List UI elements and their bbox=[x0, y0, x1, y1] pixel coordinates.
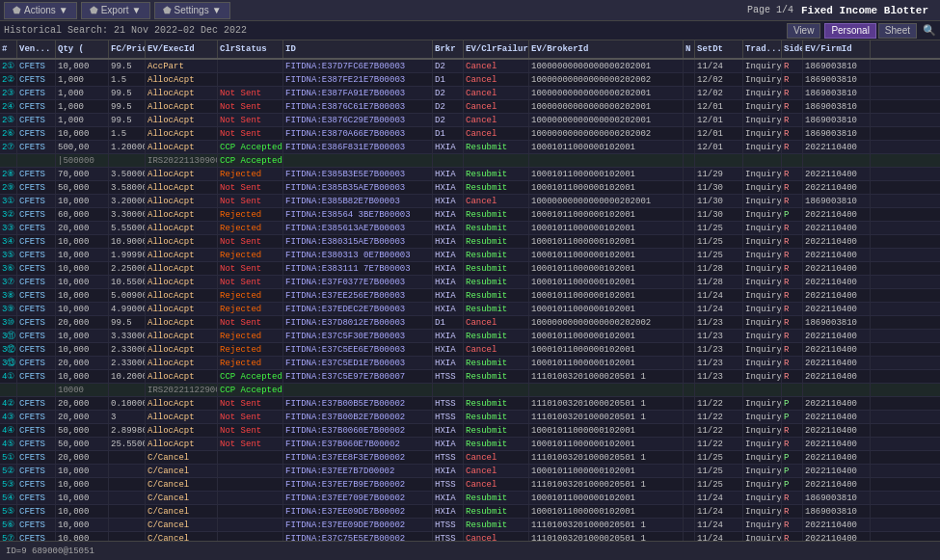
table-row[interactable]: 3① CFETS 10,000 3.20000000 AllocAcpt Not… bbox=[0, 195, 940, 208]
actions-button[interactable]: ⬟ Actions ▼ bbox=[4, 2, 77, 19]
row-broker: 10000000000000000202002 bbox=[529, 316, 684, 329]
row-brkr: D1 bbox=[433, 316, 464, 329]
row-ven: CFETS bbox=[17, 492, 56, 504]
actions-dropdown-icon: ▼ bbox=[59, 5, 68, 15]
col-hdr-setdt: SetDt bbox=[695, 40, 743, 58]
row-firmid: 2022110400 bbox=[803, 532, 871, 541]
row-brkr: HXIA bbox=[433, 424, 464, 437]
row-qty: 10,000 bbox=[56, 505, 109, 518]
row-side bbox=[782, 384, 803, 396]
row-id: FITDNA:E37C5ED1E7B00003 bbox=[283, 357, 433, 369]
table-row[interactable]: 3⑬ CFETS 20,000 2.33000000 AllocAcpt Rej… bbox=[0, 357, 940, 370]
row-brkr: HXIA bbox=[433, 249, 464, 261]
table-row[interactable]: 3⑩ CFETS 20,000 99.5 AllocAcpt Not Sent … bbox=[0, 316, 940, 330]
row-clrstatus: Rejected bbox=[218, 303, 283, 315]
table-row[interactable]: 5④ CFETS 10,000 C/Cancel FITDNA:E37EE709… bbox=[0, 492, 940, 505]
table-row[interactable]: 5③ CFETS 10,000 C/Cancel FITDNA:E37EE7B9… bbox=[0, 478, 940, 492]
row-brkr: D2 bbox=[433, 100, 464, 113]
row-setdt: 12/01 bbox=[695, 114, 743, 126]
row-setdt: 11/23 bbox=[695, 330, 743, 342]
table-row[interactable]: 3④ CFETS 10,000 10.90000000 AllocAcpt No… bbox=[0, 235, 940, 249]
table-row[interactable]: 2⑦ CFETS 500,00 1.20000000 AllocAcpt CCP… bbox=[0, 141, 940, 154]
row-firmid: 2022110400 bbox=[803, 276, 871, 288]
table-row[interactable]: 3⑦ CFETS 10,000 10.55000000 AllocAcpt No… bbox=[0, 276, 940, 289]
table-row[interactable]: 2④ CFETS 1,000 99.5 AllocAcpt Not Sent F… bbox=[0, 100, 940, 114]
table-row[interactable]: 3⑨ CFETS 10,000 4.99000000 AllocAcpt Rej… bbox=[0, 303, 940, 316]
row-fc: 10.90000000 bbox=[109, 235, 146, 248]
table-row[interactable]: 4④ CFETS 50,000 2.89980000 AllocAcpt Not… bbox=[0, 424, 940, 438]
table-row[interactable]: 5② CFETS 10,000 C/Cancel FITDNA:E37EE7B7… bbox=[0, 465, 940, 478]
table-row[interactable]: 2⑨ CFETS 50,000 3.58000000 AllocAcpt Not… bbox=[0, 181, 940, 195]
row-firmid: 1869003810 bbox=[803, 195, 871, 207]
table-row[interactable]: 2① CFETS 10,000 99.5 AccPart FITDNA:E37D… bbox=[0, 60, 940, 73]
row-broker: 11101003201000020501 1 bbox=[529, 519, 684, 531]
export-button[interactable]: ⬟ Export ▼ bbox=[81, 2, 150, 19]
row-ven: CFETS bbox=[17, 60, 56, 72]
table-row[interactable]: 5⑤ CFETS 10,000 C/Cancel FITDNA:E37EE09D… bbox=[0, 505, 940, 519]
row-fc: 3.58000000 bbox=[109, 181, 146, 194]
row-num: 5② bbox=[0, 465, 17, 477]
row-trad: Inquiry bbox=[743, 262, 782, 275]
row-fc: 3.20000000 bbox=[109, 195, 146, 207]
settings-button[interactable]: ⬟ Settings ▼ bbox=[154, 2, 230, 19]
row-setdt: 11/23 bbox=[695, 343, 743, 356]
row-broker: 11101003201000020501 1 bbox=[529, 411, 684, 423]
table-row[interactable]: 2⑧ CFETS 70,000 3.50000000 AllocAcpt Rej… bbox=[0, 168, 940, 181]
row-side: P bbox=[782, 208, 803, 221]
table-row[interactable]: 5① CFETS 20,000 C/Cancel FITDNA:E37EE8F3… bbox=[0, 451, 940, 465]
row-ven: CFETS bbox=[17, 451, 56, 464]
row-qty: 1,000 bbox=[56, 100, 109, 113]
row-evclr: Cancel bbox=[464, 73, 529, 86]
table-row[interactable]: 2③ CFETS 1,000 99.5 AllocAcpt Not Sent F… bbox=[0, 87, 940, 100]
view-button[interactable]: View bbox=[787, 23, 821, 39]
table-row[interactable]: 3⑧ CFETS 10,000 5.00900000 AllocAcpt Rej… bbox=[0, 289, 940, 303]
row-evclr: Resubmit bbox=[464, 276, 529, 288]
row-num: 3⑫ bbox=[0, 343, 17, 356]
row-execid: AllocAcpt bbox=[146, 330, 218, 342]
table-row[interactable]: 5⑦ CFETS 10,000 C/Cancel FITDNA:E37C75E5… bbox=[0, 532, 940, 541]
row-net bbox=[684, 343, 695, 356]
row-id: FITDNA:E385B35AE7B00003 bbox=[283, 181, 433, 194]
row-brkr: HXIA bbox=[433, 330, 464, 342]
personal-button[interactable]: Personal bbox=[824, 23, 875, 39]
row-num: 3⑧ bbox=[0, 289, 17, 302]
table-row[interactable]: 4⑤ CFETS 50,000 25.55000000 AllocAcpt No… bbox=[0, 438, 940, 451]
table-row[interactable]: 4① CFETS 10,000 10.20000000 AllocAcpt CC… bbox=[0, 370, 940, 384]
row-firmid: 1869003810 bbox=[803, 60, 871, 72]
row-trad: Inquiry bbox=[743, 249, 782, 261]
row-brkr: D1 bbox=[433, 73, 464, 86]
table-row[interactable]: 2② CFETS 1,000 1.5 AllocAcpt FITDNA:E387… bbox=[0, 73, 940, 87]
row-setdt: 11/25 bbox=[695, 235, 743, 248]
search-icon[interactable]: 🔍 bbox=[923, 24, 936, 37]
row-trad: Inquiry bbox=[743, 208, 782, 221]
row-side: R bbox=[782, 330, 803, 342]
table-row[interactable]: 3③ CFETS 20,000 5.55000000 AllocAcpt Rej… bbox=[0, 222, 940, 235]
table-row[interactable]: 2⑥ CFETS 10,000 1.5 AllocAcpt Not Sent F… bbox=[0, 127, 940, 141]
row-execid: AllocAcpt bbox=[146, 424, 218, 437]
sheet-button[interactable]: Sheet bbox=[878, 23, 917, 39]
row-qty: 1,000 bbox=[56, 114, 109, 126]
row-fc: 99.5 bbox=[109, 87, 146, 99]
row-id: FITDNA:E37B00B5E7B00002 bbox=[283, 397, 433, 410]
table-row[interactable]: |500000 IRS202211309000014 CCP Accepted bbox=[0, 154, 940, 168]
row-net bbox=[684, 276, 695, 288]
table-row[interactable]: 4③ CFETS 20,000 3 AllocAcpt Not Sent FIT… bbox=[0, 411, 940, 424]
row-broker: 11101003201000020501 1 bbox=[529, 478, 684, 491]
row-firmid: 2022110400 bbox=[803, 411, 871, 423]
row-side: P bbox=[782, 465, 803, 477]
table-row[interactable]: 3⑥ CFETS 10,000 2.25000000 AllocAcpt Not… bbox=[0, 262, 940, 276]
row-evclr: Cancel bbox=[464, 343, 529, 356]
table-row[interactable]: 4② CFETS 20,000 0.10000000 AllocAcpt Not… bbox=[0, 397, 940, 411]
table-row[interactable]: 3⑪ CFETS 10,000 3.33000000 AllocAcpt Rej… bbox=[0, 330, 940, 343]
table-row[interactable]: 3⑫ CFETS 10,000 2.33000000 AllocAcpt Rej… bbox=[0, 343, 940, 357]
table-row[interactable]: 10000 IRS20221122900016 CCP Accepted bbox=[0, 384, 940, 397]
row-trad: Inquiry bbox=[743, 168, 782, 180]
row-side: R bbox=[782, 114, 803, 126]
table-row[interactable]: 3② CFETS 60,000 3.30000000 AllocAcpt Rej… bbox=[0, 208, 940, 222]
table-row[interactable]: 3⑤ CFETS 10,000 1.99990000 AllocAcpt Rej… bbox=[0, 249, 940, 262]
row-setdt: 11/25 bbox=[695, 249, 743, 261]
table-row[interactable]: 2⑤ CFETS 1,000 99.5 AllocAcpt Not Sent F… bbox=[0, 114, 940, 127]
row-firmid: 2022110400 bbox=[803, 438, 871, 450]
table-row[interactable]: 5⑥ CFETS 10,000 C/Cancel FITDNA:E37EE09D… bbox=[0, 519, 940, 532]
row-ven: CFETS bbox=[17, 168, 56, 180]
